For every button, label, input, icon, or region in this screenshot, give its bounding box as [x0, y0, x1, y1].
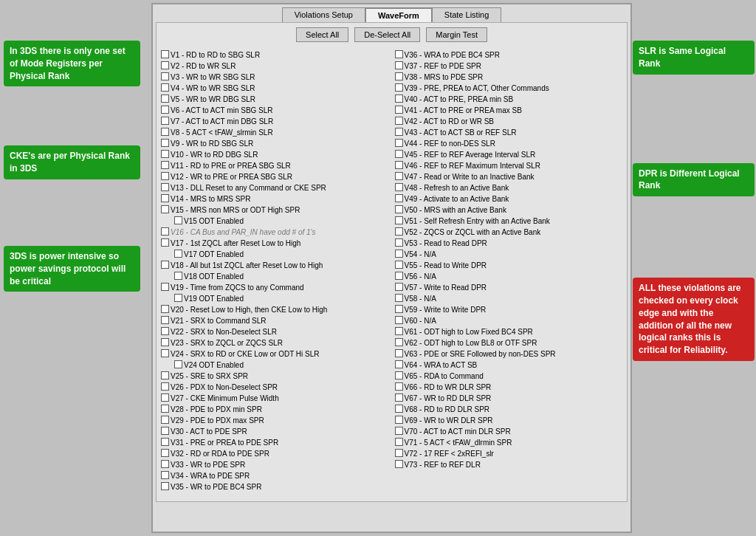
list-item: V62 - ODT high to Low BL8 or OTF SPR: [395, 337, 623, 348]
list-item: V39 - PRE, PREA to ACT, Other Commands: [395, 83, 623, 94]
deselect-all-button[interactable]: De-Select All: [354, 27, 420, 42]
checkbox-v72[interactable]: [395, 449, 403, 457]
checkbox-v48[interactable]: [395, 183, 403, 191]
checkbox-v46[interactable]: [395, 161, 403, 169]
tab-bar: Violations Setup WaveForm State Listing: [153, 4, 630, 22]
checkbox-v51[interactable]: [395, 216, 403, 224]
checkbox-v63[interactable]: [395, 349, 403, 357]
list-item: V6 - ACT to ACT min SBG SLR: [161, 105, 389, 116]
tab-waveform[interactable]: WaveForm: [365, 7, 432, 22]
checkbox-v66[interactable]: [395, 382, 403, 391]
checkbox-v12[interactable]: [161, 172, 169, 180]
checkbox-v30[interactable]: [161, 427, 169, 435]
checkbox-v69[interactable]: [395, 416, 403, 424]
checkbox-v60[interactable]: [395, 316, 403, 324]
list-item: V71 - 5 ACT < tFAW_dlrmin SPR: [395, 437, 623, 448]
checkbox-v40[interactable]: [395, 95, 403, 103]
checkbox-v36[interactable]: [395, 50, 403, 58]
checkbox-v28[interactable]: [161, 405, 169, 413]
checkbox-v27[interactable]: [161, 394, 169, 402]
checkbox-v71[interactable]: [395, 438, 403, 446]
list-item: V61 - ODT high to Low Fixed BC4 SPR: [395, 326, 623, 337]
checkbox-v3[interactable]: [161, 72, 169, 80]
checkbox-v10[interactable]: [161, 150, 169, 158]
checkbox-v65[interactable]: [395, 371, 403, 379]
annotation-dpr: DPR is Different Logical Rank: [633, 163, 755, 197]
checkbox-v68[interactable]: [395, 405, 403, 413]
checkbox-v5[interactable]: [161, 95, 169, 103]
checkbox-v14[interactable]: [161, 194, 169, 202]
checkbox-v56[interactable]: [395, 272, 403, 280]
checkbox-v29[interactable]: [161, 416, 169, 424]
checkbox-v21[interactable]: [161, 316, 169, 324]
checkbox-v11[interactable]: [161, 161, 169, 169]
checkbox-v26[interactable]: [161, 382, 169, 391]
checkbox-v8[interactable]: [161, 128, 169, 136]
checkbox-v59[interactable]: [395, 305, 403, 313]
checkbox-v13[interactable]: [161, 183, 169, 191]
checkbox-v73[interactable]: [395, 460, 403, 468]
checkbox-v19-odt[interactable]: [174, 294, 182, 302]
checkbox-v20[interactable]: [161, 305, 169, 313]
checkbox-v55[interactable]: [395, 261, 403, 269]
checkbox-v19[interactable]: [161, 283, 169, 291]
list-item: V28 - PDE to PDX min SPR: [161, 404, 389, 415]
checkbox-v23[interactable]: [161, 338, 169, 346]
checkbox-v61[interactable]: [395, 327, 403, 335]
checkbox-v70[interactable]: [395, 427, 403, 435]
checkbox-v62[interactable]: [395, 338, 403, 346]
checkbox-v7[interactable]: [161, 117, 169, 125]
checkbox-v34[interactable]: [161, 471, 169, 479]
list-item: V57 - Write to Read DPR: [395, 282, 623, 293]
checkbox-v15-odt[interactable]: [174, 216, 182, 224]
checkbox-v24-odt[interactable]: [174, 360, 182, 368]
list-item: V32 - RD or RDA to PDE SPR: [161, 448, 389, 459]
checkbox-v47[interactable]: [395, 172, 403, 180]
checkbox-v25[interactable]: [161, 371, 169, 379]
checkbox-v67[interactable]: [395, 394, 403, 402]
list-item: V55 - Read to Write DPR: [395, 260, 623, 271]
checkbox-v37[interactable]: [395, 61, 403, 69]
list-item: V16 - CA Bus and PAR_IN have odd # of 1'…: [161, 227, 389, 238]
checkbox-v54[interactable]: [395, 250, 403, 258]
checkbox-v58[interactable]: [395, 294, 403, 302]
checkbox-v4[interactable]: [161, 83, 169, 92]
list-item: V43 - ACT to ACT SB or REF SLR: [395, 127, 623, 138]
checkbox-v53[interactable]: [395, 238, 403, 247]
list-item: V52 - ZQCS or ZQCL with an Active Bank: [395, 227, 623, 238]
list-item-sub: V18 ODT Enabled: [161, 271, 389, 282]
checkbox-v64[interactable]: [395, 360, 403, 368]
checkbox-v31[interactable]: [161, 438, 169, 446]
margin-test-button[interactable]: Margin Test: [426, 27, 487, 42]
violations-left-col: V1 - RD to RD to SBG SLR V2 - RD to WR S…: [161, 49, 389, 492]
checkbox-v15[interactable]: [161, 205, 169, 213]
checkbox-v22[interactable]: [161, 327, 169, 335]
checkbox-v39[interactable]: [395, 83, 403, 92]
checkbox-v17[interactable]: [161, 238, 169, 247]
checkbox-v9[interactable]: [161, 139, 169, 147]
tab-state-listing[interactable]: State Listing: [432, 7, 502, 22]
select-all-button[interactable]: Select All: [296, 27, 348, 42]
checkbox-v1[interactable]: [161, 50, 169, 58]
checkbox-v32[interactable]: [161, 449, 169, 457]
checkbox-v52[interactable]: [395, 227, 403, 236]
checkbox-v50[interactable]: [395, 205, 403, 213]
checkbox-v18[interactable]: [161, 261, 169, 269]
checkbox-v45[interactable]: [395, 150, 403, 158]
checkbox-v16[interactable]: [161, 227, 169, 236]
checkbox-v49[interactable]: [395, 194, 403, 202]
checkbox-v42[interactable]: [395, 117, 403, 125]
checkbox-v18-odt[interactable]: [174, 272, 182, 280]
checkbox-v43[interactable]: [395, 128, 403, 136]
checkbox-v57[interactable]: [395, 283, 403, 291]
checkbox-v35[interactable]: [161, 482, 169, 490]
checkbox-v41[interactable]: [395, 106, 403, 114]
checkbox-v17-odt[interactable]: [174, 250, 182, 258]
checkbox-v6[interactable]: [161, 106, 169, 114]
tab-violations-setup[interactable]: Violations Setup: [282, 7, 365, 22]
checkbox-v24[interactable]: [161, 349, 169, 357]
checkbox-v33[interactable]: [161, 460, 169, 468]
checkbox-v44[interactable]: [395, 139, 403, 147]
checkbox-v2[interactable]: [161, 61, 169, 69]
checkbox-v38[interactable]: [395, 72, 403, 80]
